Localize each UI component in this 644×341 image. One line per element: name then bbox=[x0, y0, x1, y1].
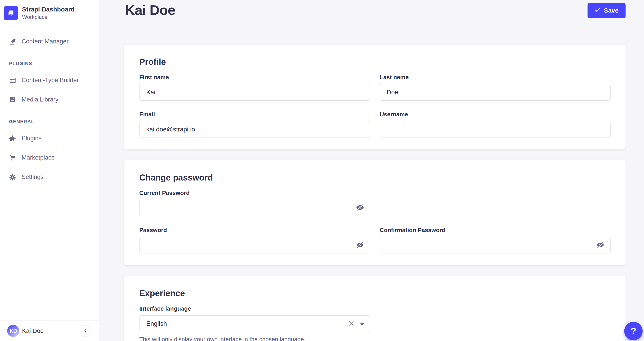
interface-language-label: Interface language bbox=[139, 305, 370, 312]
workspace-switcher[interactable]: Strapi Dashboard Workplace bbox=[0, 0, 99, 27]
sidebar-item-content-manager[interactable]: Content Manager bbox=[0, 35, 99, 48]
help-button[interactable]: ? bbox=[624, 322, 643, 340]
profile-card: Profile First name Last name Email Usern… bbox=[124, 44, 626, 150]
collapse-sidebar-button[interactable] bbox=[81, 325, 90, 336]
clear-language-button[interactable] bbox=[347, 320, 355, 328]
sidebar-item-settings[interactable]: Settings bbox=[0, 170, 99, 184]
sidebar-item-marketplace[interactable]: Marketplace bbox=[0, 151, 99, 164]
form-content: Profile First name Last name Email Usern… bbox=[99, 44, 644, 341]
selected-language-value: English bbox=[146, 320, 167, 327]
confirmation-password-input[interactable] bbox=[380, 237, 611, 254]
interface-language-field: Interface language English This will onl… bbox=[139, 305, 370, 341]
new-password-field: Password bbox=[139, 227, 370, 254]
content-manager-icon bbox=[9, 38, 16, 45]
experience-card-title: Experience bbox=[139, 288, 611, 298]
sidebar-item-label: Content-Type Builder bbox=[22, 77, 79, 84]
change-password-card-title: Change password bbox=[139, 173, 611, 183]
sidebar-item-label: Plugins bbox=[22, 135, 42, 142]
current-password-label: Current Password bbox=[139, 190, 370, 196]
chevron-down-icon bbox=[360, 322, 364, 325]
avatar: KD bbox=[7, 325, 19, 337]
username-label: Username bbox=[380, 111, 611, 118]
first-name-input[interactable] bbox=[139, 84, 370, 100]
chevron-left-icon bbox=[82, 328, 88, 334]
username-input[interactable] bbox=[380, 121, 611, 138]
media-library-icon bbox=[9, 96, 16, 103]
sidebar-section-plugins: PLUGINS bbox=[0, 61, 99, 66]
toggle-new-password-visibility-button[interactable] bbox=[355, 240, 365, 250]
eye-off-icon bbox=[356, 203, 364, 212]
question-mark-icon: ? bbox=[630, 326, 636, 336]
eye-off-icon bbox=[356, 240, 364, 250]
sidebar-item-label: Content Manager bbox=[22, 38, 69, 45]
page-header: Kai Doe Save bbox=[99, 0, 644, 18]
current-password-input[interactable] bbox=[139, 200, 370, 216]
last-name-label: Last name bbox=[380, 74, 611, 81]
sidebar-item-label: Marketplace bbox=[22, 154, 55, 161]
first-name-label: First name bbox=[139, 74, 370, 81]
last-name-input[interactable] bbox=[380, 84, 611, 100]
first-name-field: First name bbox=[139, 74, 370, 100]
content-type-builder-icon bbox=[9, 77, 16, 84]
experience-card: Experience Interface language English Th… bbox=[124, 276, 626, 341]
current-password-field: Current Password bbox=[139, 190, 370, 216]
marketplace-icon bbox=[9, 154, 16, 162]
toggle-confirmation-password-visibility-button[interactable] bbox=[596, 240, 605, 250]
workspace-title: Strapi Dashboard bbox=[22, 6, 74, 13]
confirmation-password-field: Confirmation Password bbox=[380, 227, 611, 254]
email-field: Email bbox=[139, 111, 370, 138]
gear-icon bbox=[9, 174, 16, 181]
sidebar-item-content-type-builder[interactable]: Content-Type Builder bbox=[0, 74, 99, 87]
user-name: Kai Doe bbox=[22, 328, 78, 334]
change-password-card: Change password Current Password bbox=[124, 160, 626, 265]
strapi-logo-icon bbox=[4, 6, 18, 20]
save-button[interactable]: Save bbox=[588, 3, 626, 18]
username-field: Username bbox=[380, 111, 611, 138]
check-icon bbox=[594, 7, 600, 14]
eye-off-icon bbox=[596, 240, 604, 250]
toggle-current-password-visibility-button[interactable] bbox=[355, 203, 365, 213]
page-title: Kai Doe bbox=[125, 3, 175, 17]
last-name-field: Last name bbox=[380, 74, 611, 100]
sidebar-item-plugins[interactable]: Plugins bbox=[0, 132, 99, 145]
save-button-label: Save bbox=[604, 7, 618, 14]
main-content: Kai Doe Save Profile First name Last nam… bbox=[99, 0, 644, 341]
new-password-input[interactable] bbox=[139, 237, 370, 254]
profile-card-title: Profile bbox=[139, 57, 611, 67]
user-menu[interactable]: KD Kai Doe bbox=[0, 320, 99, 341]
new-password-label: Password bbox=[139, 227, 370, 234]
email-label: Email bbox=[139, 111, 370, 118]
interface-language-hint: This will only display your own interfac… bbox=[139, 336, 370, 341]
sidebar: Strapi Dashboard Workplace Content Manag… bbox=[0, 0, 99, 341]
email-input[interactable] bbox=[139, 121, 370, 138]
confirmation-password-label: Confirmation Password bbox=[380, 227, 611, 234]
sidebar-item-label: Media Library bbox=[22, 96, 58, 103]
plugins-icon bbox=[9, 135, 16, 142]
sidebar-item-media-library[interactable]: Media Library bbox=[0, 93, 99, 106]
sidebar-item-label: Settings bbox=[22, 174, 44, 180]
close-icon bbox=[348, 320, 355, 328]
sidebar-nav: Content Manager PLUGINS Content-Type Bui… bbox=[0, 27, 99, 320]
workspace-subtitle: Workplace bbox=[22, 14, 74, 20]
interface-language-select[interactable]: English bbox=[139, 315, 370, 332]
sidebar-section-general: GENERAL bbox=[0, 119, 99, 124]
